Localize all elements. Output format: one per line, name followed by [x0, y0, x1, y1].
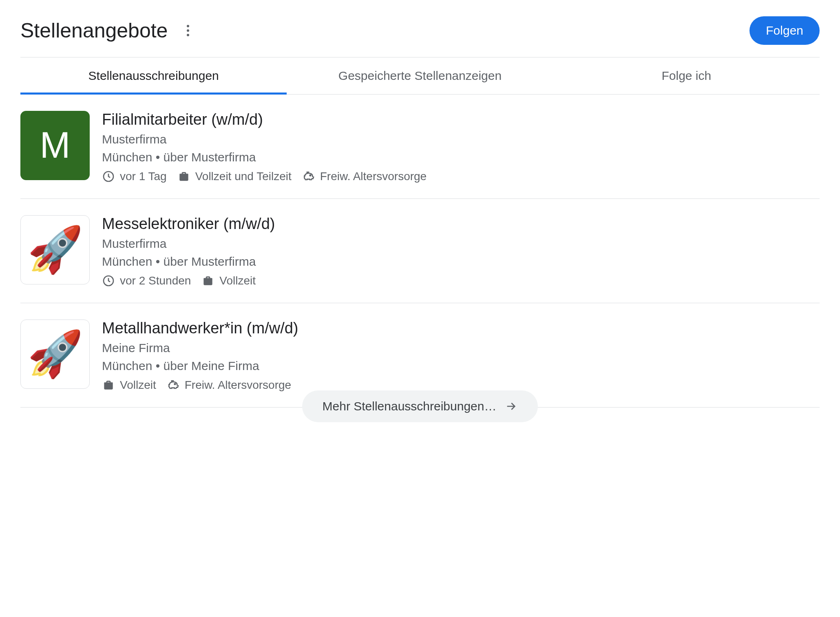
listings: M Filialmitarbeiter (w/m/d) Musterfirma …: [20, 95, 820, 408]
meta-benefit: Freiw. Altersvorsorge: [167, 379, 291, 392]
clock-icon: [102, 274, 115, 287]
meta-text: Vollzeit: [219, 274, 256, 287]
meta-posted: vor 2 Stunden: [102, 274, 191, 287]
header-left: Stellenangebote: [20, 19, 196, 42]
meta-posted: vor 1 Tag: [102, 170, 167, 183]
more-vert-icon: [187, 25, 189, 27]
meta-jobtype: Vollzeit und Teilzeit: [177, 170, 292, 183]
job-location: München • über Musterfirma: [102, 255, 820, 269]
meta-row: vor 2 Stunden Vollzeit: [102, 274, 820, 287]
meta-text: Freiw. Altersvorsorge: [320, 170, 427, 183]
company-name: Musterfirma: [102, 132, 820, 146]
clock-icon: [102, 170, 115, 183]
briefcase-icon: [102, 379, 115, 392]
job-listing[interactable]: 🚀 Messelektroniker (m/w/d) Musterfirma M…: [20, 199, 820, 303]
job-title: Filialmitarbeiter (w/m/d): [102, 111, 820, 128]
tab-following[interactable]: Folge ich: [553, 57, 820, 94]
meta-text: Vollzeit und Teilzeit: [195, 170, 292, 183]
meta-row: Vollzeit Freiw. Altersvorsorge: [102, 379, 820, 392]
logo-letter: M: [40, 124, 71, 166]
tab-label: Stellenausschreibungen: [88, 69, 219, 82]
meta-benefit: Freiw. Altersvorsorge: [302, 170, 427, 183]
job-location: München • über Meine Firma: [102, 359, 820, 373]
tabs: Stellenausschreibungen Gespeicherte Stel…: [20, 57, 820, 95]
company-name: Musterfirma: [102, 237, 820, 251]
listing-body: Messelektroniker (m/w/d) Musterfirma Mün…: [102, 215, 820, 287]
company-logo: 🚀: [20, 320, 90, 389]
meta-jobtype: Vollzeit: [201, 274, 256, 287]
meta-text: Freiw. Altersvorsorge: [185, 379, 291, 392]
listing-body: Metallhandwerker*in (m/w/d) Meine Firma …: [102, 320, 820, 392]
job-location: München • über Musterfirma: [102, 150, 820, 164]
meta-row: vor 1 Tag Vollzeit und Teilzeit Freiw. A…: [102, 170, 820, 183]
company-logo: M: [20, 111, 90, 180]
page-title: Stellenangebote: [20, 19, 168, 42]
meta-jobtype: Vollzeit: [102, 379, 156, 392]
briefcase-icon: [201, 274, 214, 287]
company-logo: 🚀: [20, 215, 90, 284]
svg-point-3: [174, 383, 175, 385]
follow-button[interactable]: Folgen: [749, 16, 820, 45]
more-listings-wrap: Mehr Stellenausschreibungen…: [20, 390, 820, 422]
rocket-icon: 🚀: [27, 223, 83, 276]
svg-point-1: [309, 175, 311, 176]
job-title: Metallhandwerker*in (m/w/d): [102, 320, 820, 337]
more-options-button[interactable]: [180, 22, 196, 39]
tab-listings[interactable]: Stellenausschreibungen: [20, 57, 287, 94]
more-listings-button[interactable]: Mehr Stellenausschreibungen…: [302, 390, 538, 422]
piggy-bank-icon: [167, 379, 180, 392]
arrow-right-icon: [504, 400, 517, 413]
tab-saved[interactable]: Gespeicherte Stellenanzeigen: [287, 57, 553, 94]
meta-text: Vollzeit: [120, 379, 156, 392]
meta-text: vor 2 Stunden: [120, 274, 191, 287]
tab-label: Folge ich: [661, 69, 711, 82]
rocket-icon: 🚀: [27, 328, 83, 380]
more-listings-label: Mehr Stellenausschreibungen…: [323, 399, 497, 413]
header: Stellenangebote Folgen: [20, 16, 820, 57]
briefcase-icon: [177, 170, 190, 183]
meta-text: vor 1 Tag: [120, 170, 167, 183]
listing-body: Filialmitarbeiter (w/m/d) Musterfirma Mü…: [102, 111, 820, 183]
tab-label: Gespeicherte Stellenanzeigen: [338, 69, 502, 82]
job-listing[interactable]: M Filialmitarbeiter (w/m/d) Musterfirma …: [20, 95, 820, 199]
job-title: Messelektroniker (m/w/d): [102, 215, 820, 233]
company-name: Meine Firma: [102, 341, 820, 355]
piggy-bank-icon: [302, 170, 315, 183]
